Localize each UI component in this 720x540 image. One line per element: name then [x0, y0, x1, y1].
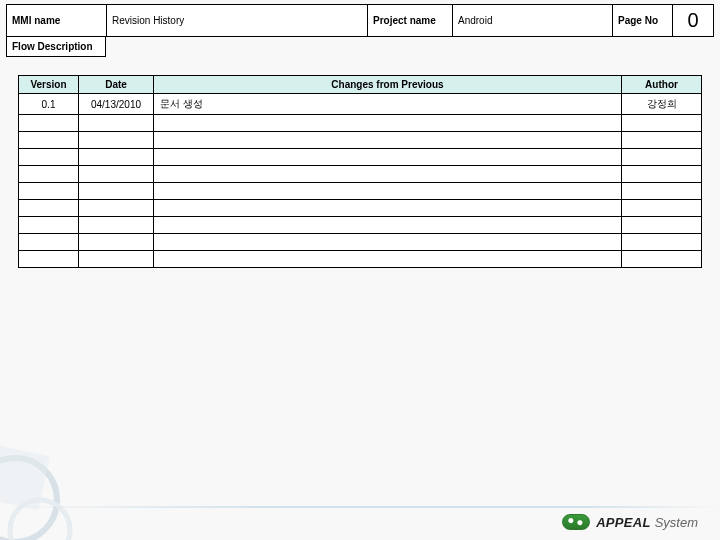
- cell-author: [622, 234, 702, 251]
- cell-author: 강정희: [622, 94, 702, 115]
- revision-table: Version Date Changes from Previous Autho…: [18, 75, 702, 268]
- cell-author: [622, 183, 702, 200]
- cell-version: 0.1: [19, 94, 79, 115]
- cell-author: [622, 200, 702, 217]
- col-author: Author: [622, 76, 702, 94]
- table-row: [19, 166, 702, 183]
- cell-changes: [154, 200, 622, 217]
- cell-changes: [154, 149, 622, 166]
- cell-changes: [154, 183, 622, 200]
- table-row: [19, 251, 702, 268]
- revision-history-title: Revision History: [107, 5, 368, 36]
- col-date: Date: [79, 76, 154, 94]
- mmi-name-label: MMI name: [7, 5, 107, 36]
- cell-date: [79, 149, 154, 166]
- col-version: Version: [19, 76, 79, 94]
- cell-changes: [154, 251, 622, 268]
- table-row: 0.104/13/2010문서 생성강정희: [19, 94, 702, 115]
- table-row: [19, 234, 702, 251]
- footer-stripe: [0, 506, 720, 508]
- cell-changes: [154, 166, 622, 183]
- brand-text-strong: APPEAL: [596, 515, 651, 530]
- cell-version: [19, 149, 79, 166]
- cell-version: [19, 200, 79, 217]
- cell-version: [19, 132, 79, 149]
- table-row: [19, 200, 702, 217]
- table-row: [19, 132, 702, 149]
- cell-author: [622, 115, 702, 132]
- table-row: [19, 217, 702, 234]
- cell-date: [79, 217, 154, 234]
- cell-date: [79, 234, 154, 251]
- cell-version: [19, 115, 79, 132]
- cell-author: [622, 149, 702, 166]
- cell-changes: [154, 115, 622, 132]
- cell-date: [79, 200, 154, 217]
- footer: APPEAL System: [0, 514, 720, 530]
- cell-version: [19, 166, 79, 183]
- cell-changes: 문서 생성: [154, 94, 622, 115]
- page-no-value: 0: [673, 5, 713, 36]
- cell-version: [19, 217, 79, 234]
- cell-date: [79, 183, 154, 200]
- header-bar: MMI name Revision History Project name A…: [6, 4, 714, 37]
- project-name-label: Project name: [368, 5, 453, 36]
- table-row: [19, 183, 702, 200]
- cell-author: [622, 166, 702, 183]
- col-changes: Changes from Previous: [154, 76, 622, 94]
- cell-author: [622, 132, 702, 149]
- page-no-label: Page No: [613, 5, 673, 36]
- table-header-row: Version Date Changes from Previous Autho…: [19, 76, 702, 94]
- cell-author: [622, 251, 702, 268]
- cell-changes: [154, 234, 622, 251]
- cell-date: 04/13/2010: [79, 94, 154, 115]
- cell-version: [19, 183, 79, 200]
- flow-description-label: Flow Description: [6, 37, 106, 57]
- cell-version: [19, 234, 79, 251]
- brand-text-light: System: [655, 515, 698, 530]
- cell-version: [19, 251, 79, 268]
- project-name-value: Android: [453, 5, 613, 36]
- cell-date: [79, 132, 154, 149]
- cell-author: [622, 217, 702, 234]
- cell-changes: [154, 217, 622, 234]
- cell-date: [79, 251, 154, 268]
- cell-date: [79, 166, 154, 183]
- brand-logo-icon: [562, 514, 590, 530]
- cell-changes: [154, 132, 622, 149]
- brand: APPEAL System: [562, 514, 698, 530]
- table-row: [19, 149, 702, 166]
- cell-date: [79, 115, 154, 132]
- table-row: [19, 115, 702, 132]
